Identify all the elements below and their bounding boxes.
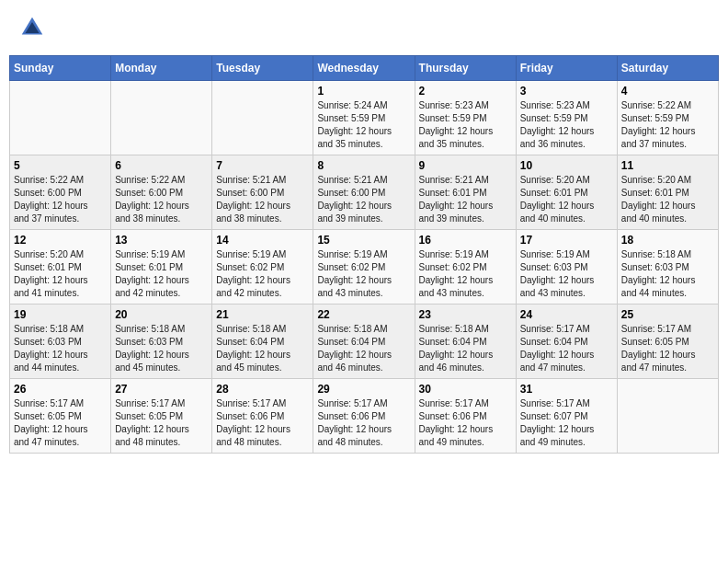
- day-number: 22: [317, 308, 410, 321]
- calendar-cell: 5Sunrise: 5:22 AM Sunset: 6:00 PM Daylig…: [10, 155, 111, 230]
- day-number: 6: [115, 159, 208, 172]
- day-number: 20: [115, 308, 208, 321]
- calendar-week-row: 12Sunrise: 5:20 AM Sunset: 6:01 PM Dayli…: [10, 230, 719, 304]
- day-header-wednesday: Wednesday: [313, 56, 415, 81]
- day-info: Sunrise: 5:20 AM Sunset: 6:01 PM Dayligh…: [14, 248, 107, 300]
- calendar-cell: 23Sunrise: 5:18 AM Sunset: 6:04 PM Dayli…: [415, 304, 516, 379]
- day-number: 15: [317, 234, 410, 247]
- calendar-cell: 26Sunrise: 5:17 AM Sunset: 6:05 PM Dayli…: [10, 379, 111, 454]
- day-info: Sunrise: 5:23 AM Sunset: 5:59 PM Dayligh…: [419, 99, 512, 151]
- day-info: Sunrise: 5:17 AM Sunset: 6:05 PM Dayligh…: [621, 323, 714, 374]
- day-number: 4: [621, 85, 714, 98]
- calendar-header-row: SundayMondayTuesdayWednesdayThursdayFrid…: [10, 56, 719, 81]
- day-number: 2: [419, 85, 512, 98]
- day-info: Sunrise: 5:17 AM Sunset: 6:06 PM Dayligh…: [317, 397, 410, 449]
- calendar-cell: 18Sunrise: 5:18 AM Sunset: 6:03 PM Dayli…: [617, 230, 718, 304]
- day-number: 9: [419, 159, 512, 172]
- day-header-friday: Friday: [516, 56, 617, 81]
- day-info: Sunrise: 5:19 AM Sunset: 6:03 PM Dayligh…: [520, 248, 613, 300]
- day-info: Sunrise: 5:17 AM Sunset: 6:05 PM Dayligh…: [115, 397, 208, 449]
- calendar-week-row: 19Sunrise: 5:18 AM Sunset: 6:03 PM Dayli…: [10, 304, 719, 379]
- calendar-cell: 29Sunrise: 5:17 AM Sunset: 6:06 PM Dayli…: [313, 379, 415, 454]
- day-number: 14: [216, 234, 309, 247]
- calendar-cell: 12Sunrise: 5:20 AM Sunset: 6:01 PM Dayli…: [10, 230, 111, 304]
- calendar-cell: 8Sunrise: 5:21 AM Sunset: 6:00 PM Daylig…: [313, 155, 415, 230]
- day-number: 3: [520, 85, 613, 98]
- calendar-cell: 3Sunrise: 5:23 AM Sunset: 5:59 PM Daylig…: [516, 81, 617, 155]
- day-number: 13: [115, 234, 208, 247]
- calendar-cell: 15Sunrise: 5:19 AM Sunset: 6:02 PM Dayli…: [313, 230, 415, 304]
- day-number: 24: [520, 308, 613, 321]
- day-info: Sunrise: 5:18 AM Sunset: 6:03 PM Dayligh…: [14, 323, 107, 374]
- day-number: 18: [621, 234, 714, 247]
- day-info: Sunrise: 5:18 AM Sunset: 6:04 PM Dayligh…: [419, 323, 512, 374]
- logo: [18, 14, 48, 41]
- day-info: Sunrise: 5:17 AM Sunset: 6:06 PM Dayligh…: [216, 397, 309, 449]
- calendar-cell: [617, 379, 718, 454]
- day-info: Sunrise: 5:18 AM Sunset: 6:04 PM Dayligh…: [216, 323, 309, 374]
- calendar-cell: 4Sunrise: 5:22 AM Sunset: 5:59 PM Daylig…: [617, 81, 718, 155]
- calendar-cell: 25Sunrise: 5:17 AM Sunset: 6:05 PM Dayli…: [617, 304, 718, 379]
- day-number: 27: [115, 383, 208, 396]
- calendar-week-row: 1Sunrise: 5:24 AM Sunset: 5:59 PM Daylig…: [10, 81, 719, 155]
- day-header-saturday: Saturday: [617, 56, 718, 81]
- day-number: 23: [419, 308, 512, 321]
- day-number: 11: [621, 159, 714, 172]
- day-info: Sunrise: 5:19 AM Sunset: 6:02 PM Dayligh…: [419, 248, 512, 300]
- day-number: 16: [419, 234, 512, 247]
- day-info: Sunrise: 5:24 AM Sunset: 5:59 PM Dayligh…: [317, 99, 410, 151]
- day-info: Sunrise: 5:17 AM Sunset: 6:05 PM Dayligh…: [14, 397, 107, 449]
- day-info: Sunrise: 5:22 AM Sunset: 6:00 PM Dayligh…: [115, 174, 208, 225]
- day-info: Sunrise: 5:17 AM Sunset: 6:07 PM Dayligh…: [520, 397, 613, 449]
- calendar-cell: 10Sunrise: 5:20 AM Sunset: 6:01 PM Dayli…: [516, 155, 617, 230]
- day-header-tuesday: Tuesday: [212, 56, 313, 81]
- calendar-cell: 22Sunrise: 5:18 AM Sunset: 6:04 PM Dayli…: [313, 304, 415, 379]
- day-number: 26: [14, 383, 107, 396]
- day-info: Sunrise: 5:20 AM Sunset: 6:01 PM Dayligh…: [621, 174, 714, 225]
- day-info: Sunrise: 5:20 AM Sunset: 6:01 PM Dayligh…: [520, 174, 613, 225]
- calendar-week-row: 26Sunrise: 5:17 AM Sunset: 6:05 PM Dayli…: [10, 379, 719, 454]
- day-info: Sunrise: 5:22 AM Sunset: 5:59 PM Dayligh…: [621, 99, 714, 151]
- calendar-cell: 21Sunrise: 5:18 AM Sunset: 6:04 PM Dayli…: [212, 304, 313, 379]
- day-info: Sunrise: 5:19 AM Sunset: 6:02 PM Dayligh…: [317, 248, 410, 300]
- calendar-cell: 13Sunrise: 5:19 AM Sunset: 6:01 PM Dayli…: [111, 230, 212, 304]
- day-number: 25: [621, 308, 714, 321]
- day-number: 30: [419, 383, 512, 396]
- day-number: 12: [14, 234, 107, 247]
- calendar-cell: 1Sunrise: 5:24 AM Sunset: 5:59 PM Daylig…: [313, 81, 415, 155]
- calendar-table: SundayMondayTuesdayWednesdayThursdayFrid…: [9, 55, 719, 454]
- day-info: Sunrise: 5:21 AM Sunset: 6:00 PM Dayligh…: [317, 174, 410, 225]
- calendar-cell: 28Sunrise: 5:17 AM Sunset: 6:06 PM Dayli…: [212, 379, 313, 454]
- day-info: Sunrise: 5:18 AM Sunset: 6:03 PM Dayligh…: [621, 248, 714, 300]
- calendar-cell: 14Sunrise: 5:19 AM Sunset: 6:02 PM Dayli…: [212, 230, 313, 304]
- day-info: Sunrise: 5:19 AM Sunset: 6:01 PM Dayligh…: [115, 248, 208, 300]
- day-number: 8: [317, 159, 410, 172]
- day-number: 21: [216, 308, 309, 321]
- calendar-cell: 31Sunrise: 5:17 AM Sunset: 6:07 PM Dayli…: [516, 379, 617, 454]
- calendar-week-row: 5Sunrise: 5:22 AM Sunset: 6:00 PM Daylig…: [10, 155, 719, 230]
- calendar-cell: [111, 81, 212, 155]
- calendar-cell: 7Sunrise: 5:21 AM Sunset: 6:00 PM Daylig…: [212, 155, 313, 230]
- day-info: Sunrise: 5:17 AM Sunset: 6:04 PM Dayligh…: [520, 323, 613, 374]
- calendar-cell: [212, 81, 313, 155]
- calendar-cell: 16Sunrise: 5:19 AM Sunset: 6:02 PM Dayli…: [415, 230, 516, 304]
- day-number: 10: [520, 159, 613, 172]
- calendar-cell: 19Sunrise: 5:18 AM Sunset: 6:03 PM Dayli…: [10, 304, 111, 379]
- day-info: Sunrise: 5:18 AM Sunset: 6:04 PM Dayligh…: [317, 323, 410, 374]
- day-info: Sunrise: 5:23 AM Sunset: 5:59 PM Dayligh…: [520, 99, 613, 151]
- logo-icon: [18, 14, 46, 41]
- day-number: 7: [216, 159, 309, 172]
- day-info: Sunrise: 5:22 AM Sunset: 6:00 PM Dayligh…: [14, 174, 107, 225]
- calendar-cell: 24Sunrise: 5:17 AM Sunset: 6:04 PM Dayli…: [516, 304, 617, 379]
- calendar-cell: 9Sunrise: 5:21 AM Sunset: 6:01 PM Daylig…: [415, 155, 516, 230]
- day-info: Sunrise: 5:21 AM Sunset: 6:01 PM Dayligh…: [419, 174, 512, 225]
- calendar-cell: [10, 81, 111, 155]
- day-number: 17: [520, 234, 613, 247]
- calendar-cell: 11Sunrise: 5:20 AM Sunset: 6:01 PM Dayli…: [617, 155, 718, 230]
- day-info: Sunrise: 5:19 AM Sunset: 6:02 PM Dayligh…: [216, 248, 309, 300]
- day-number: 31: [520, 383, 613, 396]
- day-number: 1: [317, 85, 410, 98]
- day-info: Sunrise: 5:21 AM Sunset: 6:00 PM Dayligh…: [216, 174, 309, 225]
- calendar-cell: 27Sunrise: 5:17 AM Sunset: 6:05 PM Dayli…: [111, 379, 212, 454]
- day-header-sunday: Sunday: [10, 56, 111, 81]
